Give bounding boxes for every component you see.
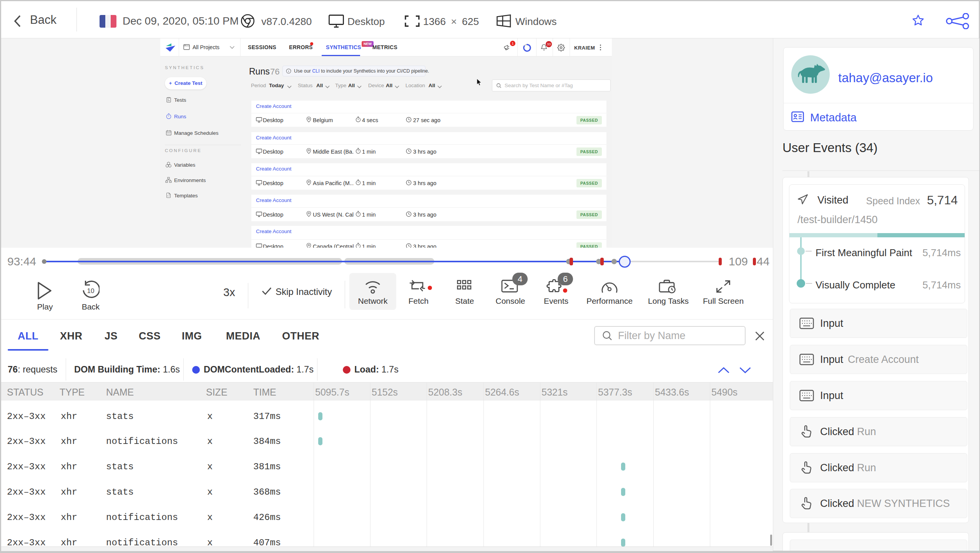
svg-text:10: 10 — [87, 287, 95, 295]
